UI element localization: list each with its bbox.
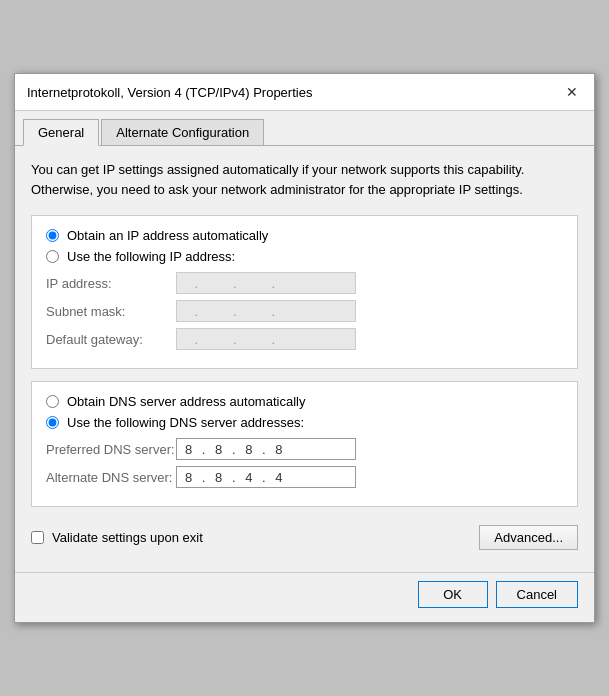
- subnet-mask-label: Subnet mask:: [46, 304, 176, 319]
- title-bar: Internetprotokoll, Version 4 (TCP/IPv4) …: [15, 74, 594, 111]
- ip-fields: IP address: Subnet mask: Default gateway…: [46, 272, 563, 350]
- ip-address-row: IP address:: [46, 272, 563, 294]
- bottom-row: Validate settings upon exit Advanced...: [31, 521, 578, 560]
- ip-manual-label[interactable]: Use the following IP address:: [46, 249, 563, 264]
- dns-manual-label[interactable]: Use the following DNS server addresses:: [46, 415, 563, 430]
- tab-bar: General Alternate Configuration: [15, 111, 594, 146]
- validate-checkbox-label[interactable]: Validate settings upon exit: [31, 530, 203, 545]
- ip-address-input[interactable]: [176, 272, 356, 294]
- alternate-dns-label: Alternate DNS server:: [46, 470, 176, 485]
- dns-auto-label[interactable]: Obtain DNS server address automatically: [46, 394, 563, 409]
- subnet-mask-input[interactable]: [176, 300, 356, 322]
- window-title: Internetprotokoll, Version 4 (TCP/IPv4) …: [27, 85, 312, 100]
- alternate-dns-row: Alternate DNS server:: [46, 466, 563, 488]
- subnet-mask-row: Subnet mask:: [46, 300, 563, 322]
- ip-manual-radio[interactable]: [46, 250, 59, 263]
- preferred-dns-row: Preferred DNS server:: [46, 438, 563, 460]
- preferred-dns-label: Preferred DNS server:: [46, 442, 176, 457]
- dns-section: Obtain DNS server address automatically …: [31, 381, 578, 507]
- cancel-button[interactable]: Cancel: [496, 581, 578, 608]
- alternate-dns-input[interactable]: [176, 466, 356, 488]
- tab-alternate-configuration[interactable]: Alternate Configuration: [101, 119, 264, 145]
- advanced-button[interactable]: Advanced...: [479, 525, 578, 550]
- ip-auto-group: Obtain an IP address automatically Use t…: [46, 228, 563, 264]
- dialog-buttons: OK Cancel: [15, 572, 594, 622]
- dns-manual-radio[interactable]: [46, 416, 59, 429]
- main-content: You can get IP settings assigned automat…: [15, 146, 594, 572]
- ip-address-label: IP address:: [46, 276, 176, 291]
- preferred-dns-input[interactable]: [176, 438, 356, 460]
- dialog-window: Internetprotokoll, Version 4 (TCP/IPv4) …: [14, 73, 595, 623]
- close-button[interactable]: ✕: [562, 82, 582, 102]
- ip-auto-label[interactable]: Obtain an IP address automatically: [46, 228, 563, 243]
- dns-auto-radio[interactable]: [46, 395, 59, 408]
- gateway-input[interactable]: [176, 328, 356, 350]
- gateway-label: Default gateway:: [46, 332, 176, 347]
- validate-checkbox[interactable]: [31, 531, 44, 544]
- dns-auto-group: Obtain DNS server address automatically …: [46, 394, 563, 430]
- dns-fields: Preferred DNS server: Alternate DNS serv…: [46, 438, 563, 488]
- ip-section: Obtain an IP address automatically Use t…: [31, 215, 578, 369]
- ok-button[interactable]: OK: [418, 581, 488, 608]
- gateway-row: Default gateway:: [46, 328, 563, 350]
- tab-general[interactable]: General: [23, 119, 99, 146]
- ip-auto-radio[interactable]: [46, 229, 59, 242]
- description-text: You can get IP settings assigned automat…: [31, 160, 578, 199]
